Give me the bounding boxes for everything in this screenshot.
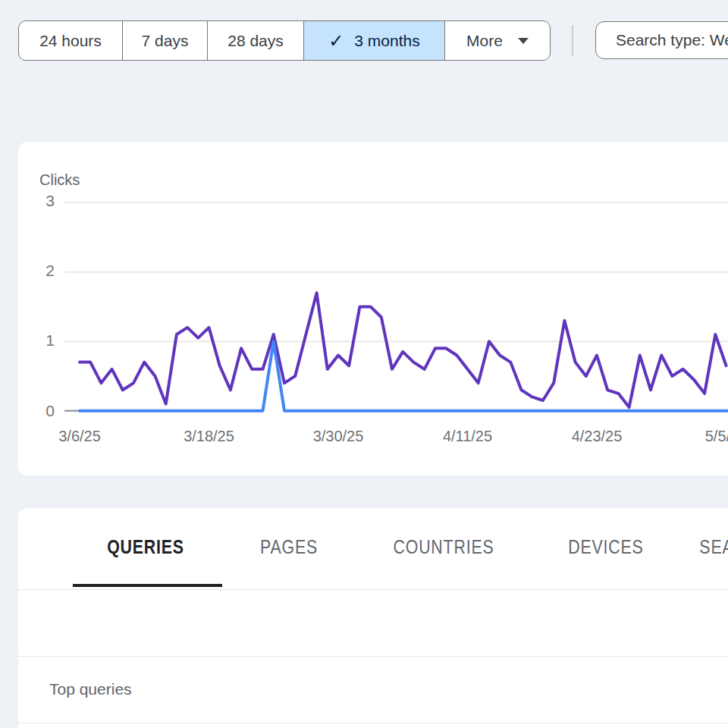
- tab-search-appearance[interactable]: SEARCH APPEARANCE: [699, 535, 728, 559]
- table-top-divider: [18, 656, 728, 657]
- tab-countries[interactable]: COUNTRIES: [394, 535, 494, 559]
- range-7-days-button[interactable]: 7 days: [122, 21, 207, 60]
- x-tick-5: 5/5/25: [705, 428, 728, 444]
- x-tick-4: 4/23/25: [572, 428, 623, 444]
- more-ranges-button[interactable]: More: [444, 21, 550, 60]
- date-range-filter: 24 hours 7 days 28 days ✓ 3 months More: [18, 20, 551, 61]
- more-label: More: [466, 32, 503, 50]
- tab-pages[interactable]: PAGES: [260, 535, 318, 559]
- clicks-line-chart[interactable]: [18, 142, 728, 475]
- tab-bar-divider: [18, 589, 728, 590]
- dimensions-card: QUERIES PAGES COUNTRIES DEVICES SEARCH A…: [18, 508, 728, 728]
- x-tick-2: 3/30/25: [313, 428, 364, 444]
- range-3-months-button[interactable]: ✓ 3 months: [303, 21, 444, 60]
- table-header-divider: [18, 723, 728, 723]
- range-label: 7 days: [142, 32, 189, 50]
- active-tab-underline: [73, 584, 222, 587]
- tab-devices[interactable]: DEVICES: [568, 535, 643, 559]
- tab-queries[interactable]: QUERIES: [107, 535, 184, 559]
- range-label: 3 months: [354, 32, 419, 50]
- top-queries-header: Top queries: [49, 681, 132, 698]
- search-type-label: Search type: Web: [616, 31, 728, 49]
- search-type-filter-button[interactable]: Search type: Web: [595, 21, 728, 59]
- range-label: 28 days: [228, 32, 284, 50]
- chevron-down-icon: [518, 38, 529, 44]
- checkmark-icon: ✓: [328, 32, 344, 50]
- performance-chart-card: Clicks 3 2 1 0 3/6/25 3/18/25 3/30/25 4/…: [18, 142, 728, 475]
- range-24-hours-button[interactable]: 24 hours: [19, 21, 122, 60]
- x-tick-3: 4/11/25: [443, 428, 492, 444]
- range-28-days-button[interactable]: 28 days: [207, 21, 303, 60]
- range-label: 24 hours: [39, 32, 102, 50]
- x-tick-0: 3/6/25: [58, 428, 101, 444]
- purple-line: [80, 293, 726, 407]
- toolbar-divider: [572, 25, 573, 56]
- x-tick-1: 3/18/25: [184, 428, 234, 444]
